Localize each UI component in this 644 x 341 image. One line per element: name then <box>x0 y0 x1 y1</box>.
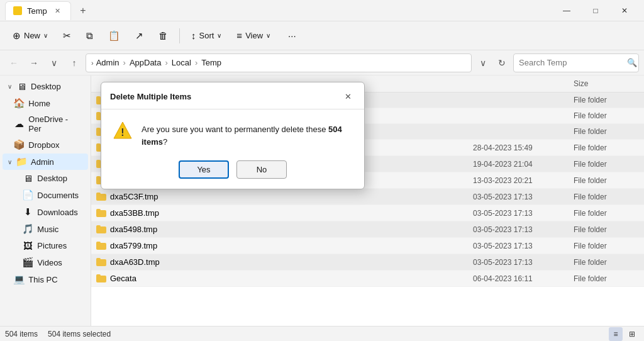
address-actions: ∨ ↻ <box>474 54 511 72</box>
file-date: 19-04-2023 21:04 <box>468 158 569 170</box>
sidebar-desktop2-icon: 🖥 <box>22 173 33 184</box>
table-row[interactable]: dxaA63D.tmp 03-05-2023 17:13 File folder <box>91 254 644 271</box>
sidebar-downloads-icon: ⬇ <box>22 206 33 218</box>
sidebar-item-label: Downloads <box>37 208 83 217</box>
status-bar: 504 items 504 items selected ≡ ⊞ <box>0 326 644 341</box>
dialog-message-prefix: Are you sure you want to permanently del… <box>142 125 328 134</box>
breadcrumb-temp: Temp <box>201 58 221 67</box>
table-row[interactable]: Gecata 06-04-2023 16:11 File folder <box>91 271 644 287</box>
sidebar-item-admin[interactable]: ∨ 📁 Admin <box>3 154 88 170</box>
table-row[interactable]: dxa5C3F.tmp 03-05-2023 17:13 File folder <box>91 189 644 205</box>
dialog-body: ! Are you sure you want to permanently d… <box>101 109 364 157</box>
back-button[interactable]: ← <box>5 54 23 72</box>
share-button[interactable]: ↗ <box>129 25 150 47</box>
file-date: 28-04-2023 15:49 <box>468 142 569 154</box>
sort-icon: ↕ <box>191 30 196 41</box>
more-button[interactable]: ··· <box>282 25 303 47</box>
sidebar-item-pictures[interactable]: › 🖼 Pictures <box>3 238 88 254</box>
minimize-button[interactable]: — <box>552 0 581 21</box>
sidebar-item-dropbox[interactable]: › 📦 Dropbox <box>3 137 88 153</box>
sidebar-videos-icon: 🎬 <box>22 257 33 268</box>
file-name: dxa5498.tmp <box>91 223 468 236</box>
sidebar-item-desktop2[interactable]: › 🖥 Desktop <box>3 170 88 186</box>
no-button[interactable]: No <box>236 160 287 179</box>
title-bar: Temp ✕ + — □ ✕ <box>0 0 644 21</box>
dialog-close-button[interactable]: ✕ <box>340 89 355 104</box>
folder-icon <box>96 225 106 233</box>
folder-icon <box>96 209 106 217</box>
sort-chevron-icon: ∨ <box>217 32 221 39</box>
sidebar-item-label: Videos <box>37 258 83 267</box>
sidebar-item-documents[interactable]: › 📄 Documents <box>3 187 88 203</box>
breadcrumb-local: Local <box>172 58 191 67</box>
sidebar-item-thispc[interactable]: › 💻 This PC <box>3 271 88 288</box>
dialog-title-bar: Delete Multiple Items ✕ <box>101 82 364 109</box>
dropdown-button[interactable]: ∨ <box>45 54 63 72</box>
sidebar-pictures-icon: 🖼 <box>22 240 33 251</box>
refresh-button[interactable]: ↻ <box>493 54 511 72</box>
sidebar-item-label: Admin <box>31 157 83 167</box>
copy-icon: ⧉ <box>86 30 93 42</box>
sidebar-item-downloads[interactable]: › ⬇ Downloads <box>3 204 88 220</box>
yes-button[interactable]: Yes <box>179 160 229 179</box>
file-name: dxa53BB.tmp <box>91 206 468 220</box>
sidebar-desktop-icon: 🖥 <box>16 81 27 92</box>
new-button[interactable]: ⊕ New ∨ <box>6 25 54 47</box>
sidebar-item-label: This PC <box>28 275 83 284</box>
dialog-buttons: Yes No <box>101 157 364 189</box>
sidebar-music-icon: 🎵 <box>22 223 33 235</box>
delete-button[interactable]: 🗑 <box>152 25 174 47</box>
breadcrumb-admin: Admin <box>96 58 119 67</box>
file-size: File folder <box>569 223 644 236</box>
tab-temp[interactable]: Temp ✕ <box>5 1 71 20</box>
new-tab-button[interactable]: + <box>75 3 91 19</box>
file-size: File folder <box>569 256 644 269</box>
view-button[interactable]: ≡ View ∨ <box>230 25 277 47</box>
copy-button[interactable]: ⧉ <box>80 25 99 47</box>
paste-button[interactable]: 📋 <box>102 25 126 47</box>
sidebar-item-desktop[interactable]: ∨ 🖥 Desktop <box>3 79 88 94</box>
folder-icon <box>96 258 106 266</box>
expand-button[interactable]: ∨ <box>474 54 492 72</box>
breadcrumb-sep-2: › <box>165 58 167 67</box>
table-row[interactable]: dxa5799.tmp 03-05-2023 17:13 File folder <box>91 238 644 254</box>
up-button[interactable]: ↑ <box>65 54 83 72</box>
sidebar-item-label: Home <box>28 99 83 108</box>
sidebar-arrow-icon: ∨ <box>8 159 12 165</box>
file-name: Gecata <box>91 272 468 285</box>
file-size: File folder <box>569 158 644 170</box>
search-input[interactable] <box>519 58 625 67</box>
sidebar-item-label: Dropbox <box>28 140 83 150</box>
folder-icon <box>96 193 106 201</box>
view-label: View <box>245 31 263 40</box>
sidebar-item-music[interactable]: › 🎵 Music <box>3 221 88 237</box>
tiles-view-button[interactable]: ⊞ <box>625 327 639 341</box>
table-row[interactable]: dxa53BB.tmp 03-05-2023 17:13 File folder <box>91 205 644 221</box>
sidebar-item-onedrive[interactable]: › ☁ OneDrive - Per <box>3 112 88 136</box>
warning-icon: ! <box>113 121 133 141</box>
svg-text:!: ! <box>121 127 124 138</box>
address-bar[interactable]: › Admin › AppData › Local › Temp <box>86 53 472 72</box>
search-box[interactable]: 🔍 <box>513 53 639 72</box>
file-size: File folder <box>569 94 644 106</box>
sidebar-item-videos[interactable]: › 🎬 Videos <box>3 254 88 271</box>
cut-button[interactable]: ✂ <box>57 25 77 47</box>
search-icon: 🔍 <box>627 58 637 67</box>
toolbar: ⊕ New ∨ ✂ ⧉ 📋 ↗ 🗑 ↕ Sort ∨ ≡ View ∨ ··· <box>0 21 644 50</box>
sidebar-arrow-icon: ∨ <box>8 83 12 90</box>
delete-dialog: Delete Multiple Items ✕ ! Are you sure y… <box>101 82 365 189</box>
column-header-size: Size <box>569 78 644 89</box>
sidebar-item-home[interactable]: › 🏠 Home <box>3 95 88 111</box>
sidebar-item-label: Music <box>37 225 83 234</box>
table-row[interactable]: dxa5498.tmp 03-05-2023 17:13 File folder <box>91 221 644 238</box>
status-bar-right: ≡ ⊞ <box>609 327 639 341</box>
forward-button[interactable]: → <box>25 54 43 72</box>
sort-button[interactable]: ↕ Sort ∨ <box>185 25 228 47</box>
maximize-button[interactable]: □ <box>581 0 610 21</box>
sidebar-item-label: Documents <box>37 191 83 200</box>
sidebar-documents-icon: 📄 <box>22 189 33 201</box>
details-view-button[interactable]: ≡ <box>609 327 623 341</box>
close-button[interactable]: ✕ <box>610 0 639 21</box>
file-name: dxa5799.tmp <box>91 239 468 252</box>
tab-close-button[interactable]: ✕ <box>52 6 63 16</box>
